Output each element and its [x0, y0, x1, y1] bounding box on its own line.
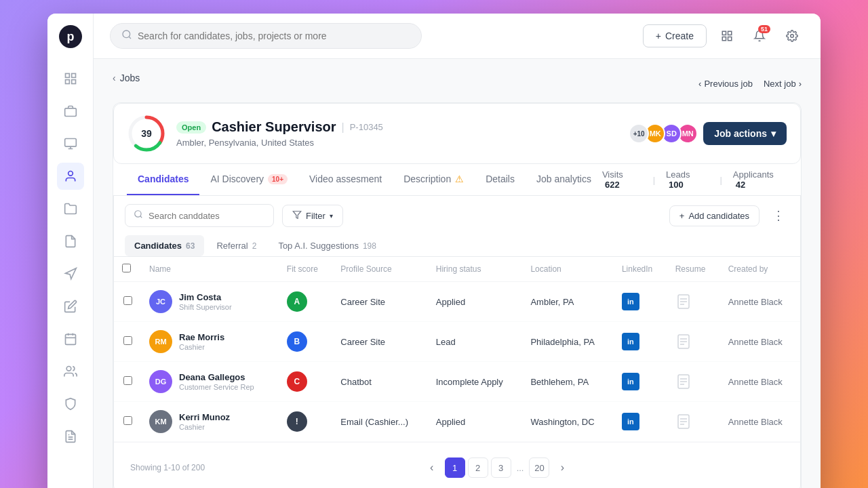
candidate-name: Rae Morris: [179, 332, 224, 342]
sidebar-item-team[interactable]: [57, 358, 84, 385]
sidebar-item-document[interactable]: [57, 423, 84, 450]
breadcrumb: ‹ Jobs: [113, 73, 140, 83]
linkedin-icon[interactable]: in: [622, 293, 639, 310]
row-profile-source-cell: Chatbot: [332, 362, 427, 402]
row-checkbox-cell: [114, 362, 141, 402]
row-profile-source-cell: Career Site: [332, 282, 427, 322]
job-score: 39: [141, 128, 152, 139]
filter-button[interactable]: Filter ▾: [282, 205, 343, 227]
table-row: DG Deana Gallegos Customer Service Rep C…: [114, 362, 800, 402]
sidebar-item-projects[interactable]: [57, 195, 84, 222]
sidebar-item-dashboard[interactable]: [57, 65, 84, 92]
tab-ai-discovery[interactable]: AI Discovery 10+: [199, 164, 298, 195]
svg-rect-5: [71, 80, 75, 84]
sub-tabs: Candidates 63 Referral 2 Top A.I. Sugges…: [114, 235, 800, 257]
page-3-button[interactable]: 3: [491, 458, 511, 478]
row-checkbox[interactable]: [123, 336, 132, 345]
resume-icon: [675, 413, 692, 430]
avatar-extra: +10: [629, 123, 649, 144]
next-job-button[interactable]: Next job ›: [764, 79, 802, 89]
row-checkbox[interactable]: [123, 416, 132, 425]
row-resume-cell: [667, 322, 720, 362]
sidebar-item-candidates[interactable]: [57, 163, 84, 190]
search-candidates-icon: [134, 209, 143, 222]
sidebar-item-reports[interactable]: [57, 228, 84, 255]
grid-icon-button[interactable]: [715, 24, 739, 48]
row-profile-source-cell: Email (Cashier...): [332, 402, 427, 442]
page-20-button[interactable]: 20: [529, 458, 549, 478]
search-input[interactable]: [138, 30, 410, 41]
sidebar-item-notes[interactable]: [57, 293, 84, 320]
linkedin-icon[interactable]: in: [622, 413, 639, 430]
page-content: ‹ Jobs ‹ Previous job Next job ›: [94, 59, 821, 488]
svg-point-15: [66, 367, 71, 371]
job-actions-button[interactable]: Job actions ▾: [703, 122, 787, 145]
score-ring: 39: [127, 115, 165, 152]
more-options-button[interactable]: ⋮: [768, 205, 789, 226]
sidebar-item-monitor[interactable]: [57, 130, 84, 157]
resume-icon: [675, 373, 692, 390]
job-header-right: +10 MK SD MN Job actions ▾: [629, 122, 787, 145]
row-checkbox-cell: [114, 282, 141, 322]
table-row: KM Kerri Munoz Cashier ! Email (Cashier.…: [114, 402, 800, 442]
search-bar[interactable]: [110, 23, 422, 49]
candidate-avatar: KM: [149, 410, 172, 433]
row-location-cell: Philadelphia, PA: [522, 322, 613, 362]
page-1-button[interactable]: 1: [445, 458, 465, 478]
tab-candidates[interactable]: Candidates: [127, 164, 199, 195]
table-row: RM Rae Morris Cashier B Career Site Lead…: [114, 322, 800, 362]
filter-icon: [292, 210, 302, 222]
svg-text:p: p: [66, 30, 74, 43]
resume-icon: [675, 333, 692, 350]
tab-video-assessment[interactable]: Video assesment: [298, 164, 393, 195]
job-header: 39 Open Cashier Supervisor | P-10345 Amb…: [113, 103, 801, 164]
row-hiring-status-cell: Lead: [428, 322, 523, 362]
subtab-ai-suggestions[interactable]: Top A.I. Suggestions 198: [269, 235, 386, 256]
previous-job-button[interactable]: ‹ Previous job: [698, 79, 753, 89]
row-created-by-cell: Annette Black: [720, 362, 800, 402]
row-created-by-cell: Annette Black: [720, 322, 800, 362]
fit-score-badge: C: [287, 371, 307, 392]
header-actions: + Create 51: [643, 24, 804, 48]
select-all-header: [114, 257, 141, 282]
sidebar-item-calendar[interactable]: [57, 325, 84, 352]
job-navigation: ‹ Previous job Next job ›: [698, 79, 802, 89]
row-fit-score-cell: B: [279, 322, 332, 362]
page-2-button[interactable]: 2: [468, 458, 488, 478]
select-all-checkbox[interactable]: [122, 264, 131, 272]
svg-point-10: [68, 171, 73, 176]
app-logo: p: [58, 24, 83, 49]
linkedin-icon[interactable]: in: [622, 333, 639, 350]
subtab-referral[interactable]: Referral 2: [207, 235, 266, 256]
jobs-breadcrumb-link[interactable]: Jobs: [120, 73, 140, 83]
sidebar-item-shield[interactable]: [57, 390, 84, 418]
tab-description[interactable]: Description ⚠: [393, 164, 475, 195]
tab-job-analytics[interactable]: Job analytics: [526, 164, 602, 195]
job-status-badge: Open: [176, 121, 206, 134]
sidebar-item-megaphone[interactable]: [57, 260, 84, 287]
notification-button[interactable]: 51: [747, 24, 772, 48]
search-candidates-input[interactable]: [149, 211, 265, 221]
svg-rect-21: [728, 31, 732, 35]
subtab-candidates[interactable]: Candidates 63: [125, 235, 204, 256]
add-candidates-button[interactable]: + Add candidates: [669, 205, 760, 226]
candidate-avatar: DG: [149, 370, 172, 393]
settings-button[interactable]: [780, 24, 804, 48]
chevron-left-icon: ‹: [113, 73, 116, 83]
linkedin-icon[interactable]: in: [622, 373, 639, 390]
create-button[interactable]: + Create: [643, 24, 707, 47]
sidebar-item-jobs[interactable]: [57, 98, 84, 125]
chevron-right-icon: ›: [799, 79, 802, 89]
row-checkbox[interactable]: [123, 376, 132, 385]
location-header: Location: [522, 257, 613, 282]
tab-details[interactable]: Details: [475, 164, 526, 195]
applicants-stat: Applicants 42: [733, 169, 787, 190]
row-hiring-status-cell: Applied: [428, 402, 523, 442]
job-id: P-10345: [350, 122, 383, 132]
candidates-search[interactable]: [125, 204, 274, 227]
next-page-button[interactable]: ›: [552, 458, 572, 478]
svg-line-29: [140, 216, 142, 218]
row-checkbox[interactable]: [123, 296, 132, 305]
prev-page-button[interactable]: ‹: [422, 458, 442, 478]
hiring-status-header: Hiring status: [428, 257, 523, 282]
